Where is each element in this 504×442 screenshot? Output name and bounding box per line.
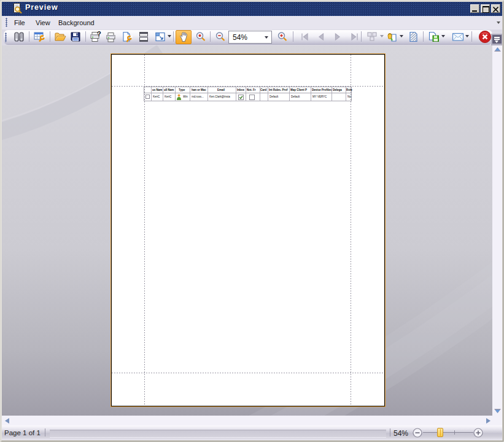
svg-text:?: ? (97, 31, 101, 37)
